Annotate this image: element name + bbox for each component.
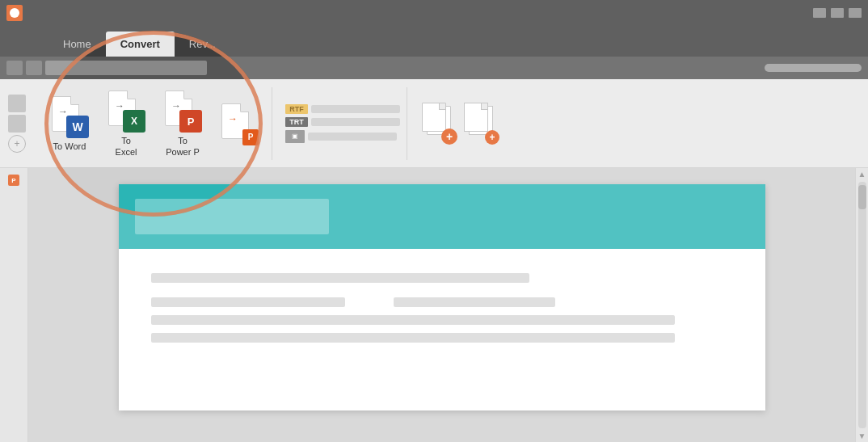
tab-bar: Home Convert Rev... [0,26,868,57]
doc-two-col-1 [151,297,733,307]
excel-logo: X [123,110,145,133]
word-badge: W [66,116,89,138]
pages-icon[interactable]: + [420,102,459,145]
page-front [422,103,446,132]
trt-badge: TRT [285,117,308,127]
page-plus-icon: + [441,128,457,145]
close-button[interactable] [849,8,862,18]
page-plus-icon-2: + [485,130,499,145]
doc-line-3 [151,333,675,343]
toolbar-search-input[interactable] [45,61,207,75]
convert-to-ppt-button[interactable]: → P ToPower P [158,86,207,160]
to-ppt-label: ToPower P [166,136,200,157]
trt-line [311,118,400,126]
toolbar-btn-1[interactable] [6,61,23,75]
orange-badge: P [242,129,259,145]
trt-row: TRT [285,117,400,127]
doc-area [28,168,855,442]
scroll-down-button[interactable]: ▼ [858,431,866,440]
ppt-logo: P [179,110,202,133]
word-logo: W [66,116,89,138]
word-icon-container: → W [50,95,89,138]
title-bar-left [6,5,23,21]
ribbon: + → W To Word → X ToExcel [0,79,868,168]
rtf-badge: RTF [285,104,308,114]
left-sidebar: P [0,168,28,442]
toolbar [0,57,868,79]
document [119,184,765,410]
img-line [308,133,397,141]
tab-home[interactable]: Home [48,32,106,57]
app-icon-inner [10,8,19,18]
toolbar-btn-2[interactable] [26,61,42,75]
minimize-button[interactable] [813,8,826,18]
main-area: P ▲ ▼ [0,168,868,442]
ribbon-icon-1[interactable] [8,95,26,112]
img-row: ▣ [285,130,400,143]
excel-badge: X [123,110,145,133]
scroll-thumb[interactable] [858,185,866,209]
pages-icon-2[interactable]: + [462,102,501,145]
doc-col-right-1 [394,297,555,307]
img-badge: ▣ [285,130,305,143]
app-icon [6,5,23,21]
convert-to-excel-button[interactable]: → X ToExcel [102,86,150,160]
convert-extra-button[interactable]: → P [215,99,263,149]
convert-group: → W To Word → X ToExcel → [37,87,272,160]
pages-stack: + [422,103,457,145]
rtf-line [311,105,400,113]
arrow-right-icon-4: → [228,113,238,124]
scroll-track[interactable] [858,182,866,428]
right-scrollbar[interactable]: ▲ ▼ [855,168,868,442]
ppt-badge: P [179,110,202,133]
excel-icon-container: → X [107,89,145,133]
ribbon-left-icons: + [8,95,26,153]
pages-group: + + [414,102,508,145]
doc-body [119,249,765,375]
doc-col-left-1 [151,297,345,307]
rtf-row: RTF [285,104,400,114]
doc-line-2 [151,315,675,325]
convert-to-word-button[interactable]: → W To Word [45,91,94,155]
to-word-label: To Word [53,141,86,152]
doc-header-bar [119,184,765,249]
doc-header-placeholder [135,199,329,234]
tab-review[interactable]: Rev... [175,32,230,57]
page-front-2 [464,103,488,132]
pages-stack-2: + [464,103,499,145]
ribbon-icon-2[interactable] [8,115,26,133]
maximize-button[interactable] [831,8,844,18]
title-bar [0,0,868,26]
sidebar-pdf-icon: P [8,175,19,186]
doc-line-1 [151,273,529,283]
toolbar-scrollbar[interactable] [765,64,862,72]
ribbon-icon-circle[interactable]: + [8,135,26,153]
rtf-group: RTF TRT ▣ [279,87,407,160]
scroll-up-button[interactable]: ▲ [858,170,866,179]
tab-convert[interactable]: Convert [106,32,175,57]
ppt-icon-container: → P [163,89,202,133]
to-excel-label: ToExcel [116,136,137,157]
extra-icon-container: → P [220,102,259,145]
title-bar-right [813,8,862,18]
